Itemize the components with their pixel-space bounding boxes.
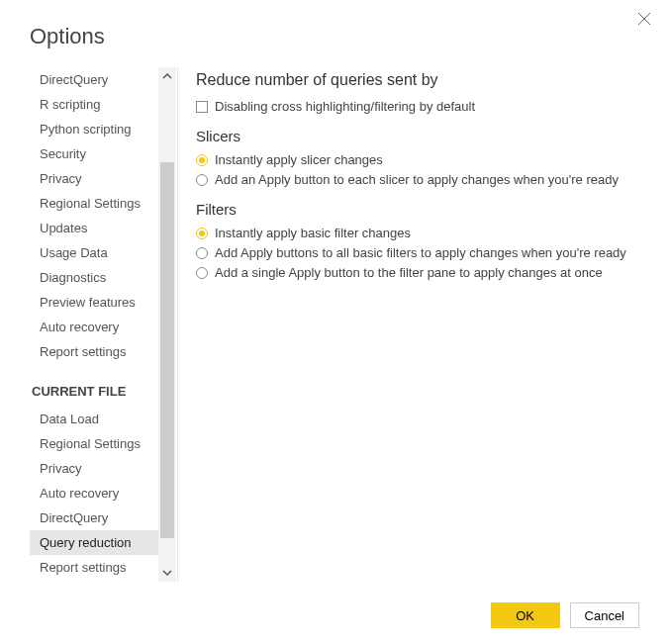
radio-icon[interactable]: [196, 174, 208, 186]
dialog-title: Options: [0, 0, 669, 67]
sidebar-item[interactable]: R scripting: [30, 92, 158, 117]
filters-radio-group: Instantly apply basic filter changesAdd …: [196, 226, 639, 280]
chevron-up-icon: [161, 70, 173, 82]
sidebar-item[interactable]: Preview features: [30, 290, 158, 315]
slicers-radio-group: Instantly apply slicer changesAdd an App…: [196, 152, 639, 187]
radio-option[interactable]: Instantly apply slicer changes: [196, 152, 639, 167]
radio-icon[interactable]: [196, 247, 208, 259]
sidebar-header-current-file: CURRENT FILE: [30, 364, 158, 407]
radio-icon[interactable]: [196, 267, 208, 279]
sidebar-item[interactable]: Report settings: [30, 339, 158, 364]
options-dialog: Options DirectQueryR scriptingPython scr…: [0, 0, 669, 644]
chevron-down-icon: [161, 567, 173, 579]
sidebar-item[interactable]: Security: [30, 141, 158, 166]
radio-label: Add a single Apply button to the filter …: [215, 265, 603, 280]
radio-option[interactable]: Add an Apply button to each slicer to ap…: [196, 172, 639, 187]
sidebar-item[interactable]: DirectQuery: [30, 67, 158, 92]
sidebar-item[interactable]: DirectQuery: [30, 506, 158, 530]
sidebar-item[interactable]: Privacy: [30, 166, 158, 191]
checkbox-icon[interactable]: [196, 101, 208, 113]
radio-option[interactable]: Add Apply buttons to all basic filters t…: [196, 245, 639, 260]
sidebar-container: DirectQueryR scriptingPython scriptingSe…: [30, 67, 178, 582]
radio-option[interactable]: Add a single Apply button to the filter …: [196, 265, 639, 280]
radio-label: Instantly apply basic filter changes: [215, 226, 411, 240]
sidebar-item[interactable]: Privacy: [30, 456, 158, 481]
sidebar-item[interactable]: Auto recovery: [30, 481, 158, 506]
dialog-footer: OK Cancel: [491, 602, 639, 628]
radio-icon[interactable]: [196, 228, 208, 239]
close-button[interactable]: [637, 12, 653, 28]
filters-title: Filters: [196, 201, 639, 218]
checkbox-disable-cross-highlight[interactable]: Disabling cross highlighting/filtering b…: [196, 99, 639, 114]
radio-label: Add Apply buttons to all basic filters t…: [215, 245, 626, 260]
scroll-down-button[interactable]: [158, 564, 176, 582]
sidebar-item[interactable]: Python scripting: [30, 117, 158, 141]
sidebar: DirectQueryR scriptingPython scriptingSe…: [30, 67, 158, 582]
scroll-up-button[interactable]: [158, 67, 176, 85]
sidebar-item[interactable]: Updates: [30, 216, 158, 240]
sidebar-item[interactable]: Report settings: [30, 555, 158, 580]
section-reduce-title: Reduce number of queries sent by: [196, 71, 639, 89]
sidebar-scrollbar[interactable]: [158, 67, 176, 582]
radio-icon[interactable]: [196, 154, 208, 166]
sidebar-item[interactable]: Data Load: [30, 407, 158, 431]
sidebar-item[interactable]: Usage Data: [30, 240, 158, 265]
scroll-thumb[interactable]: [160, 162, 174, 538]
sidebar-item[interactable]: Regional Settings: [30, 431, 158, 456]
dialog-body: DirectQueryR scriptingPython scriptingSe…: [0, 67, 669, 582]
checkbox-label: Disabling cross highlighting/filtering b…: [215, 99, 475, 114]
slicers-title: Slicers: [196, 128, 639, 144]
close-icon: [637, 12, 651, 26]
sidebar-item[interactable]: Auto recovery: [30, 315, 158, 339]
content-pane: Reduce number of queries sent by Disabli…: [196, 67, 639, 582]
cancel-button[interactable]: Cancel: [570, 602, 639, 628]
sidebar-item[interactable]: Query reduction: [30, 530, 158, 555]
sidebar-item[interactable]: Diagnostics: [30, 265, 158, 290]
radio-option[interactable]: Instantly apply basic filter changes: [196, 226, 639, 240]
radio-label: Add an Apply button to each slicer to ap…: [215, 172, 619, 187]
ok-button[interactable]: OK: [491, 602, 560, 628]
radio-label: Instantly apply slicer changes: [215, 152, 383, 167]
sidebar-item[interactable]: Regional Settings: [30, 191, 158, 216]
